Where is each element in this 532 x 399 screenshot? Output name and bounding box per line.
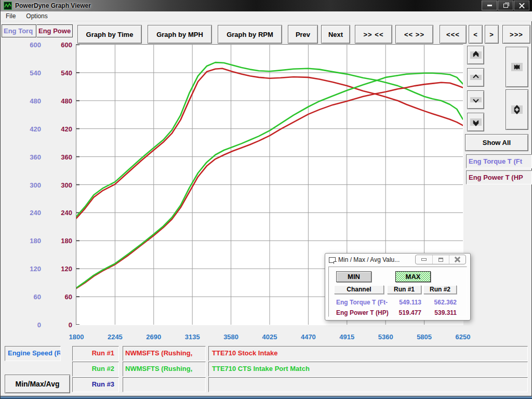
channel-box-torque[interactable]: Eng Torque T (Ft — [466, 154, 532, 168]
scroll-left-button[interactable]: < — [469, 25, 483, 44]
maximize-button[interactable] — [498, 1, 513, 10]
y-tick-torque: 120 — [1, 265, 41, 273]
tab-eng-torque[interactable]: Eng Torq — [2, 24, 36, 37]
menu-file[interactable]: File — [1, 12, 21, 20]
minmax-value: 562.362 — [423, 299, 457, 306]
y-tick-power: 120 — [43, 265, 72, 273]
zoom-out-x-button[interactable]: << >> — [395, 25, 433, 44]
minimize-icon — [421, 258, 427, 261]
minmax-title-bar[interactable]: Min / Max / Avg Valu... — [325, 254, 470, 266]
y-tick-torque: 480 — [1, 97, 41, 104]
chevron-triple-down-button[interactable] — [467, 113, 484, 131]
chevron-triple-up-icon — [470, 51, 482, 59]
app-window: PowerDyne Graph Viewer File Options Eng … — [0, 0, 532, 399]
chevron-triple-up-button[interactable] — [467, 46, 484, 64]
window-frame-bottom — [1, 396, 532, 399]
minmax-window-icon — [329, 257, 336, 263]
y-tick-power: 600 — [43, 41, 72, 49]
y-tick-power: 420 — [43, 125, 72, 132]
channel-box-power[interactable]: Eng Power T (HP — [466, 170, 532, 184]
x-tick-rpm: 3135 — [185, 333, 200, 341]
restore-icon — [438, 258, 443, 262]
minmax-minimize-button[interactable] — [416, 255, 432, 264]
minmax-window-title: Min / Max / Avg Valu... — [338, 256, 400, 263]
minmaxavg-button[interactable]: Min/Max/Avg — [5, 375, 70, 393]
chevrons-expand-button[interactable] — [506, 89, 528, 130]
chevrons-expand-icon — [511, 105, 523, 114]
graph-by-mph-button[interactable]: Graph by MPH — [148, 25, 212, 44]
x-tick-rpm: 4915 — [339, 333, 354, 341]
close-icon — [455, 257, 460, 262]
y-tick-torque: 540 — [1, 69, 41, 76]
run-1-operator-field[interactable]: NWMSFTS (Rushing, — [123, 346, 206, 361]
x-tick-rpm: 6250 — [456, 333, 471, 341]
run-3-description-field[interactable] — [208, 377, 528, 392]
minmax-body: MIN MAX Channel Run #1 Run #2 Eng Torque… — [328, 267, 467, 317]
y-tick-torque: 240 — [1, 209, 41, 217]
y-tick-power: 240 — [43, 209, 72, 217]
max-toggle-button[interactable]: MAX — [395, 271, 431, 282]
y-tick-torque: 600 — [1, 41, 41, 49]
tab-eng-power[interactable]: Eng Powe — [37, 24, 73, 37]
run-label-2[interactable]: Run #2 — [72, 362, 119, 377]
column-header-run2: Run #2 — [423, 285, 457, 294]
x-tick-rpm: 2690 — [146, 333, 161, 341]
y-tick-torque: 0 — [1, 321, 41, 329]
chevrons-collapse-button[interactable] — [506, 47, 528, 87]
y-tick-torque: 420 — [1, 125, 41, 132]
x-tick-rpm: 4025 — [262, 333, 277, 341]
run-2-description-field[interactable]: TTE710 CTS Intake Port Match — [208, 362, 528, 377]
graph-by-rpm-button[interactable]: Graph by RPM — [218, 25, 282, 44]
y-tick-power: 180 — [43, 237, 72, 245]
run-3-operator-field[interactable] — [123, 377, 206, 392]
chevron-up-button[interactable] — [467, 68, 484, 87]
minmax-value: 549.113 — [387, 299, 421, 306]
scroll-far-left-button[interactable]: <<< — [440, 25, 467, 44]
prev-button[interactable]: Prev — [288, 25, 318, 44]
x-tick-rpm: 2245 — [108, 333, 123, 341]
minmax-window[interactable]: Min / Max / Avg Valu... MIN MAX Channel … — [325, 253, 471, 321]
y-tick-power: 540 — [43, 69, 72, 76]
chevron-up-icon — [470, 75, 482, 80]
x-tick-rpm: 5360 — [378, 333, 393, 341]
minmax-row-channel: Eng Power T (HP) — [336, 309, 389, 316]
x-tick-rpm: 4470 — [301, 333, 316, 341]
menu-options[interactable]: Options — [21, 12, 52, 20]
close-icon — [519, 3, 525, 8]
close-button[interactable] — [514, 1, 529, 10]
show-all-button[interactable]: Show All — [465, 134, 528, 151]
chevron-down-button[interactable] — [467, 90, 484, 109]
scroll-right-button[interactable]: > — [485, 25, 499, 44]
chevron-triple-down-icon — [470, 118, 482, 126]
y-tick-power: 480 — [43, 97, 72, 104]
min-toggle-button[interactable]: MIN — [336, 271, 371, 282]
scroll-far-right-button[interactable]: >>> — [502, 25, 530, 44]
next-button[interactable]: Next — [321, 25, 350, 44]
minmax-close-button[interactable] — [449, 255, 466, 264]
run-label-1[interactable]: Run #1 — [72, 346, 119, 361]
column-header-channel: Channel — [334, 285, 384, 294]
x-tick-rpm: 3580 — [223, 333, 238, 341]
minimize-icon — [487, 5, 492, 6]
minmax-value: 519.477 — [387, 309, 421, 316]
chevron-down-icon — [470, 97, 482, 102]
title-bar: PowerDyne Graph Viewer — [1, 0, 532, 11]
column-header-run1: Run #1 — [387, 285, 421, 294]
graph-by-time-button[interactable]: Graph by Time — [77, 25, 142, 44]
zoom-in-x-button[interactable]: >> << — [355, 25, 392, 44]
y-tick-torque: 360 — [1, 153, 41, 161]
y-tick-torque: 300 — [1, 181, 41, 189]
run-2-operator-field[interactable]: NWMSFTS (Rushing, — [123, 362, 206, 377]
menu-bar: File Options — [1, 11, 532, 21]
y-tick-power: 60 — [43, 293, 72, 301]
y-tick-torque: 60 — [1, 293, 41, 301]
y-tick-power: 0 — [43, 321, 72, 329]
run-label-3[interactable]: Run #3 — [72, 377, 119, 392]
minmax-restore-button[interactable] — [432, 255, 449, 264]
minimize-button[interactable] — [482, 1, 497, 10]
run-1-description-field[interactable]: TTE710 Stock Intake — [208, 346, 528, 361]
x-tick-rpm: 1800 — [69, 333, 84, 341]
minmax-value: 539.311 — [423, 309, 457, 316]
x-channel-box[interactable]: Engine Speed (Rl — [5, 346, 61, 361]
maximize-icon — [503, 4, 508, 8]
